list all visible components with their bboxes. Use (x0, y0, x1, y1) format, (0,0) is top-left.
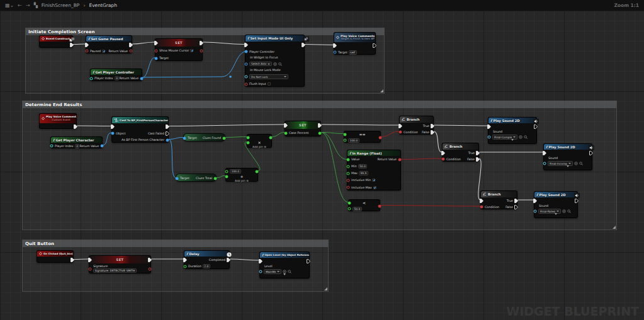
node-branch-1[interactable]: BranchTrueConditionFalse (399, 116, 434, 135)
node-play-sound-2d-1[interactable]: fPlay Sound 2DSoundFinal-Complete (488, 117, 537, 144)
input-pin[interactable] (85, 49, 89, 53)
node-equals[interactable]: ==100.0 (344, 131, 381, 143)
output-pin[interactable] (514, 205, 518, 209)
text-field[interactable]: Signature: DETECTIVE SMITH (93, 268, 137, 273)
node-delay[interactable]: fDelayCompletedDuration2.0 (184, 250, 230, 269)
node-get-clues-found[interactable]: TargetClues Found (183, 133, 225, 141)
input-pin[interactable] (183, 258, 187, 262)
value-field[interactable]: 50.0 (358, 164, 368, 168)
input-pin[interactable] (284, 131, 288, 135)
collapse-chevron[interactable] (489, 141, 536, 145)
value-field[interactable]: 99.9 (359, 171, 368, 175)
asset-dropdown[interactable]: Select Asset (249, 62, 272, 67)
input-pin[interactable] (333, 43, 337, 48)
input-pin[interactable] (183, 265, 187, 268)
value-field[interactable]: 0 (115, 76, 120, 80)
output-pin[interactable] (100, 144, 104, 148)
input-pin[interactable] (398, 130, 402, 134)
value-field[interactable]: 100.0 (348, 138, 359, 143)
output-pin[interactable] (476, 151, 480, 155)
output-pin[interactable] (166, 131, 169, 136)
input-pin[interactable] (154, 57, 158, 60)
input-pin[interactable] (88, 267, 92, 271)
input-pin[interactable] (246, 141, 250, 145)
output-pin[interactable] (373, 43, 376, 48)
input-pin[interactable] (346, 185, 350, 189)
checkbox[interactable] (102, 50, 105, 53)
output-pin[interactable] (269, 136, 273, 140)
node-open-level[interactable]: fOpen Level (by Object Reference)LevelMa… (259, 251, 310, 279)
input-pin[interactable] (88, 258, 92, 262)
comment-title[interactable]: Determine End Results (23, 101, 616, 108)
output-pin[interactable] (378, 204, 381, 208)
input-pin[interactable] (441, 151, 445, 155)
output-pin[interactable] (200, 41, 203, 45)
breadcrumb-root[interactable]: FinishScreen_BP (42, 3, 80, 8)
input-pin[interactable] (154, 41, 158, 45)
checkbox[interactable] (268, 82, 271, 86)
node-less-than[interactable]: <50.0 (348, 199, 380, 211)
input-pin[interactable] (343, 133, 347, 136)
collapse-chevron[interactable] (544, 167, 592, 172)
input-pin[interactable] (111, 124, 115, 129)
input-pin[interactable] (347, 201, 351, 205)
forward-button[interactable]: → (26, 3, 30, 8)
node-event-construct[interactable]: Event Construct (39, 35, 73, 48)
browse-icon[interactable] (579, 162, 583, 165)
asset-dropdown[interactable]: Do Not Lock (249, 74, 288, 79)
browse-icon[interactable] (524, 135, 528, 139)
input-pin[interactable] (259, 259, 263, 263)
output-pin[interactable] (166, 138, 169, 142)
output-pin[interactable] (307, 259, 310, 263)
browse-icon[interactable] (288, 270, 291, 273)
output-pin[interactable] (148, 258, 152, 262)
input-pin[interactable] (543, 151, 546, 155)
node-play-sound-2d-3[interactable]: fPlay Sound 2DSoundFinal-Failed (534, 191, 578, 218)
input-pin[interactable] (154, 49, 158, 53)
output-pin[interactable] (476, 157, 480, 162)
input-pin[interactable] (533, 199, 537, 203)
output-pin[interactable] (213, 177, 217, 180)
input-pin[interactable] (111, 131, 115, 135)
output-pin[interactable] (378, 136, 382, 140)
browse-icon[interactable] (278, 62, 282, 66)
node-multiply[interactable]: ×Add pin ⊕ (247, 134, 272, 148)
input-pin[interactable] (533, 209, 537, 213)
breadcrumb-leaf[interactable]: EventGraph (89, 3, 117, 8)
value-field[interactable]: 2.0 (203, 264, 210, 268)
output-pin[interactable] (74, 124, 77, 129)
output-pin[interactable] (255, 170, 259, 174)
output-pin[interactable] (222, 136, 226, 140)
node-set-signature[interactable]: SETSignatureSignature: DETECTIVE SMITH (89, 255, 151, 273)
output-pin[interactable] (514, 199, 518, 203)
node-play-sound-2d-2[interactable]: fPlay Sound 2DSoundFinal-Incomplet (543, 143, 592, 170)
output-pin[interactable] (318, 123, 322, 128)
node-branch-2[interactable]: BranchTrueConditionFalse (442, 143, 479, 162)
input-pin[interactable] (259, 270, 263, 273)
input-pin[interactable] (244, 75, 248, 79)
checkbox[interactable] (373, 186, 376, 189)
node-play-voice-comments[interactable]: Play Voice CommentsTarget is Finish Scre… (334, 32, 376, 55)
output-pin[interactable] (398, 158, 402, 162)
input-pin[interactable] (225, 175, 229, 179)
asset-dropdown[interactable]: Final-Incomplet (548, 161, 573, 166)
input-pin[interactable] (346, 158, 350, 162)
output-pin[interactable] (166, 124, 169, 129)
node-in-range-float[interactable]: fIn Range (Float)ValueReturn ValueMin50.… (347, 150, 401, 190)
output-pin[interactable] (148, 267, 152, 271)
input-pin[interactable] (480, 199, 483, 203)
value-field[interactable]: 100.0 (230, 169, 241, 174)
input-pin[interactable] (333, 50, 337, 54)
collapse-chevron[interactable] (534, 215, 577, 219)
use-selected-icon[interactable] (574, 162, 578, 165)
event-graph-canvas[interactable]: WIDGET BLUEPRINT Initiate Completion Scr… (0, 11, 644, 320)
use-selected-icon[interactable] (283, 270, 286, 273)
node-on-clicked-quit-btn[interactable]: On Clicked (Quit_btn) (37, 250, 74, 263)
collapse-chevron[interactable] (260, 275, 309, 280)
output-pin[interactable] (200, 49, 203, 53)
value-field[interactable]: 0 (75, 144, 80, 148)
node-get-clues-total[interactable]: TargetClues Total (176, 174, 217, 182)
asset-dropdown[interactable]: Final-Failed (538, 209, 561, 214)
use-selected-icon[interactable] (519, 135, 523, 139)
node-set-game-paused[interactable]: fSet Game PausedPausedReturn Value (86, 35, 132, 53)
